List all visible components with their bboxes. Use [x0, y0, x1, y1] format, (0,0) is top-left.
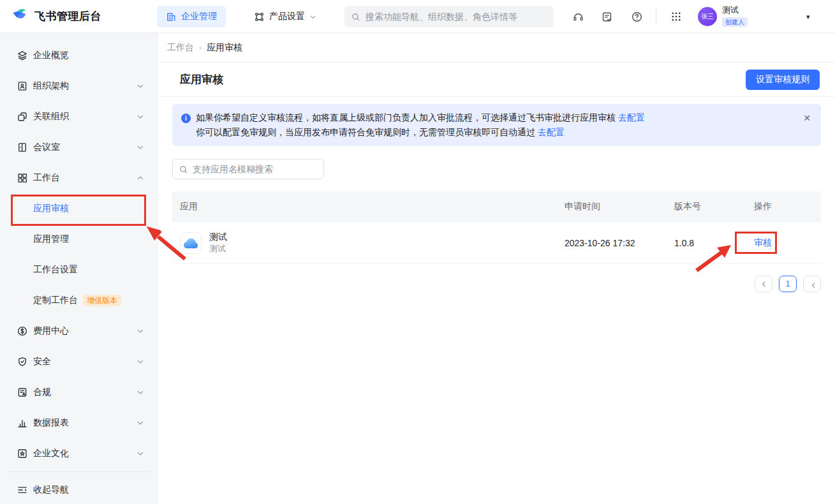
sidebar-item-data-reports[interactable]: 数据报表 [0, 408, 158, 438]
chevron-down-icon [137, 144, 144, 151]
chevron-right-icon [809, 281, 816, 288]
sidebar-item-corporate-culture[interactable]: 企业文化 [0, 438, 158, 469]
page-title-bar: 应用审核 设置审核规则 [158, 63, 835, 97]
prev-page-button[interactable] [755, 276, 772, 292]
breadcrumb-parent[interactable]: 工作台 [167, 42, 194, 54]
org-book-icon [17, 80, 28, 92]
sidebar-sublabel: 应用审核 [33, 203, 69, 214]
app-logo[interactable]: 飞书管理后台 [10, 6, 101, 26]
set-review-rules-button[interactable]: 设置审核规则 [746, 70, 820, 90]
sidebar-item-compliance[interactable]: 合规 [0, 377, 158, 408]
headset-icon [572, 11, 584, 23]
apps-grid-button[interactable] [667, 8, 685, 26]
sidebar-sublabel: 工作台设置 [33, 264, 78, 276]
collapse-nav-icon [17, 484, 28, 496]
sidebar-item-security[interactable]: 安全 [0, 346, 158, 377]
sidebar-subitem-custom-workbench[interactable]: 定制工作台 增值版本 [0, 285, 158, 316]
sidebar-subitem-app-review[interactable]: 应用审核 [0, 193, 158, 224]
user-info[interactable]: 测试 创建人 [722, 4, 748, 27]
feishu-logo-icon [10, 6, 29, 26]
question-circle-icon [631, 11, 643, 23]
main-panel: 工作台 › 应用审核 应用审核 设置审核规则 i 如果你希望自定义审核流程，如将… [158, 33, 835, 504]
configure-link-1[interactable]: 去配置 [618, 112, 645, 122]
banner-line1: 如果你希望自定义审核流程，如将直属上级或部门负责人加入审批流程，可选择通过飞书审… [196, 112, 616, 122]
info-icon: i [181, 114, 191, 123]
meeting-room-icon [17, 142, 28, 153]
grid-squares-icon [17, 172, 28, 184]
topology-icon [254, 11, 265, 22]
layers-icon [17, 50, 28, 61]
chevron-down-icon [137, 389, 144, 396]
sidebar-label: 数据报表 [33, 417, 137, 429]
document-audit-icon [17, 387, 28, 398]
sidebar-nav: 企业概览 组织架构 关联组织 [0, 33, 158, 504]
sidebar-divider [8, 471, 151, 472]
chevron-down-icon [137, 450, 144, 457]
app-search-input[interactable] [193, 164, 318, 174]
user-avatar[interactable]: 张三 [698, 7, 717, 26]
review-action-link[interactable]: 审核 [754, 237, 772, 248]
chevron-down-icon [137, 327, 144, 335]
sidebar-label: 企业文化 [33, 448, 137, 459]
nav-product-settings[interactable]: 产品设置 [245, 6, 325, 27]
chevron-down-icon [137, 358, 144, 366]
sidebar-label: 关联组织 [33, 111, 137, 122]
dollar-circle-icon [17, 325, 28, 337]
column-header-app: 应用 [172, 201, 557, 212]
sidebar-label: 安全 [33, 356, 137, 367]
chevron-down-icon [137, 113, 144, 121]
sidebar-label: 合规 [33, 387, 137, 398]
sidebar-label: 组织架构 [33, 80, 137, 92]
collapse-nav-button[interactable]: 收起导航 [0, 475, 158, 504]
sidebar-subitem-app-management[interactable]: 应用管理 [0, 224, 158, 255]
sidebar-item-meeting-rooms[interactable]: 会议室 [0, 132, 158, 163]
global-search[interactable] [344, 6, 554, 27]
sidebar-item-enterprise-overview[interactable]: 企业概览 [0, 40, 158, 71]
app-description: 测试 [209, 243, 227, 255]
banner-line2: 你可以配置免审规则，当应用发布申请符合免审规则时，无需管理员审核即可自动通过 [196, 127, 535, 137]
chevron-down-icon [137, 419, 144, 427]
sidebar-label: 费用中心 [33, 325, 137, 337]
apply-time-cell: 2023-10-26 17:32 [557, 238, 667, 248]
app-cloud-icon [180, 232, 202, 254]
configure-link-2[interactable]: 去配置 [538, 127, 565, 137]
shield-check-icon [17, 356, 28, 367]
banner-text: 如果你希望自定义审核流程，如将直属上级或部门负责人加入审批流程，可选择通过飞书审… [196, 110, 670, 140]
banner-close-icon[interactable]: ✕ [803, 114, 811, 122]
global-search-input[interactable] [366, 11, 547, 22]
user-menu-caret-icon[interactable]: ▾ [806, 13, 810, 21]
breadcrumb: 工作台 › 应用审核 [158, 33, 835, 63]
linked-squares-icon [17, 111, 28, 122]
search-icon [351, 12, 360, 22]
chevron-down-icon [309, 13, 316, 20]
sidebar-subitem-workbench-settings[interactable]: 工作台设置 [0, 255, 158, 285]
sidebar-item-cost-center[interactable]: 费用中心 [0, 316, 158, 346]
dot-grid-icon [670, 11, 682, 22]
nav-enterprise-management[interactable]: 企业管理 [157, 6, 226, 27]
star-box-icon [17, 448, 28, 459]
app-title: 飞书管理后台 [34, 9, 101, 24]
next-page-button[interactable] [803, 276, 821, 292]
sidebar-sublabel: 定制工作台 [33, 295, 78, 306]
pagination: 1 [172, 276, 821, 292]
nav-product-label: 产品设置 [269, 11, 305, 22]
value-added-badge: 增值版本 [83, 295, 121, 306]
sidebar-label: 会议室 [33, 142, 137, 153]
tenant-name: 测试 [722, 4, 748, 16]
approval-notes-button[interactable] [598, 8, 616, 26]
sidebar-item-org-structure[interactable]: 组织架构 [0, 71, 158, 101]
page-number-button[interactable]: 1 [779, 276, 797, 292]
app-search[interactable] [172, 159, 324, 179]
sidebar-item-workbench[interactable]: 工作台 [0, 163, 158, 193]
help-button[interactable] [628, 8, 646, 26]
sidebar-sublabel: 应用管理 [33, 233, 69, 245]
column-header-action: 操作 [746, 201, 821, 212]
search-icon [179, 165, 188, 174]
app-cell: 测试 测试 [172, 231, 557, 255]
table-row: 测试 测试 2023-10-26 17:32 1.0.8 审核 [172, 222, 821, 264]
version-cell: 1.0.8 [667, 238, 746, 248]
customer-service-button[interactable] [569, 8, 587, 26]
sidebar-item-associated-orgs[interactable]: 关联组织 [0, 101, 158, 132]
breadcrumb-separator-icon: › [199, 43, 202, 52]
clipboard-check-icon [601, 11, 613, 23]
